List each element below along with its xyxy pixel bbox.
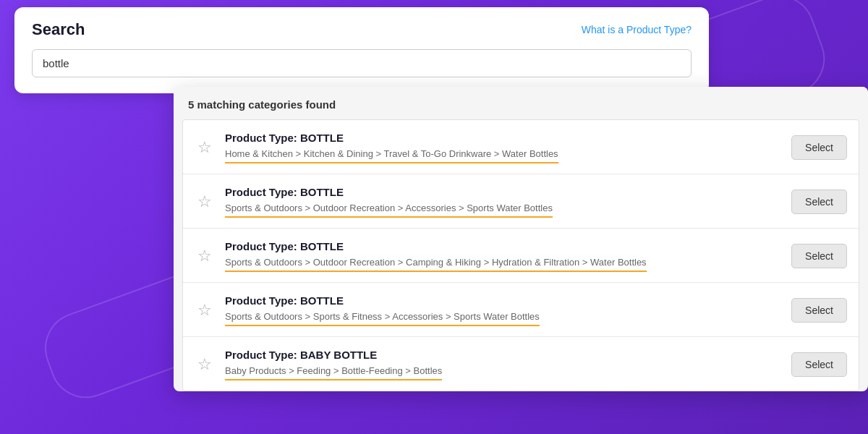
favorite-star-icon[interactable]: ☆ <box>195 138 215 157</box>
results-panel: 5 matching categories found ☆ Product Ty… <box>174 87 868 391</box>
result-content: Product Type: BOTTLE Sports & Outdoors >… <box>225 294 781 326</box>
table-row: ☆ Product Type: BOTTLE Sports & Outdoors… <box>183 283 859 337</box>
search-title: Search <box>32 20 85 39</box>
select-button[interactable]: Select <box>791 352 847 377</box>
result-type-label: Product Type: BOTTLE <box>225 240 781 252</box>
result-type-label: Product Type: BABY BOTTLE <box>225 349 781 361</box>
search-input-row <box>32 49 692 77</box>
favorite-star-icon[interactable]: ☆ <box>195 247 215 265</box>
table-row: ☆ Product Type: BABY BOTTLE Baby Product… <box>183 337 859 391</box>
search-panel: Search What is a Product Type? <box>14 7 709 93</box>
favorite-star-icon[interactable]: ☆ <box>195 355 215 374</box>
result-content: Product Type: BOTTLE Sports & Outdoors >… <box>225 240 781 272</box>
table-row: ☆ Product Type: BOTTLE Home & Kitchen > … <box>183 120 859 174</box>
select-button[interactable]: Select <box>791 244 847 268</box>
select-button[interactable]: Select <box>791 298 847 323</box>
table-row: ☆ Product Type: BOTTLE Sports & Outdoors… <box>183 229 859 283</box>
search-panel-header: Search What is a Product Type? <box>32 20 692 39</box>
result-path: Sports & Outdoors > Outdoor Recreation >… <box>225 257 647 272</box>
result-content: Product Type: BOTTLE Sports & Outdoors >… <box>225 186 781 218</box>
result-type-label: Product Type: BOTTLE <box>225 132 781 144</box>
result-content: Product Type: BOTTLE Home & Kitchen > Ki… <box>225 132 781 163</box>
table-row: ☆ Product Type: BOTTLE Sports & Outdoors… <box>183 174 859 229</box>
result-path: Sports & Outdoors > Outdoor Recreation >… <box>225 203 553 218</box>
result-path: Home & Kitchen > Kitchen & Dining > Trav… <box>225 148 558 163</box>
result-path: Baby Products > Feeding > Bottle-Feeding… <box>225 365 442 380</box>
select-button[interactable]: Select <box>791 135 847 160</box>
result-path: Sports & Outdoors > Sports & Fitness > A… <box>225 311 540 326</box>
result-type-label: Product Type: BOTTLE <box>225 186 781 198</box>
favorite-star-icon[interactable]: ☆ <box>195 192 215 211</box>
results-summary: 5 matching categories found <box>174 87 868 119</box>
search-input[interactable] <box>32 49 692 77</box>
result-type-label: Product Type: BOTTLE <box>225 294 781 307</box>
favorite-star-icon[interactable]: ☆ <box>195 301 215 320</box>
select-button[interactable]: Select <box>791 190 847 214</box>
what-is-product-type-link[interactable]: What is a Product Type? <box>582 24 692 35</box>
results-list: ☆ Product Type: BOTTLE Home & Kitchen > … <box>182 119 859 391</box>
result-content: Product Type: BABY BOTTLE Baby Products … <box>225 349 781 380</box>
